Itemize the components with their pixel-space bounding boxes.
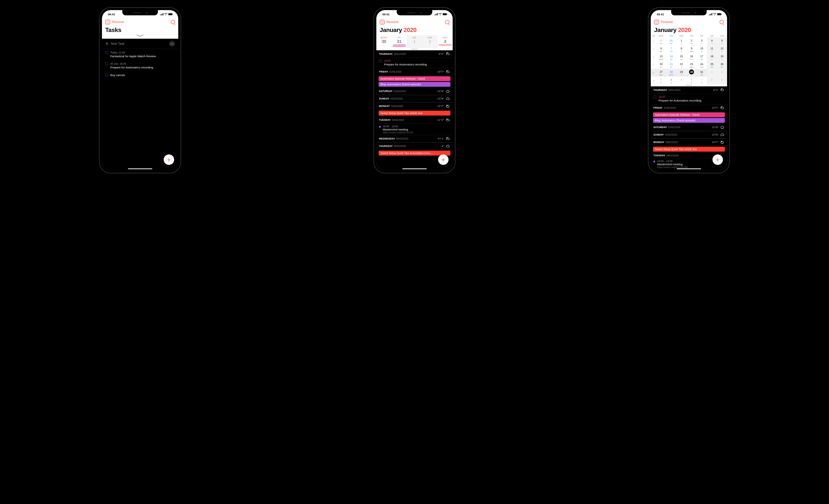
search-icon[interactable] xyxy=(171,20,175,24)
month-day[interactable]: 1 xyxy=(707,69,717,77)
month-day[interactable]: 4 xyxy=(666,77,676,84)
month-day[interactable]: 26 xyxy=(717,61,727,69)
all-day-event[interactable]: Blog: Automators (David episode) xyxy=(653,118,725,123)
month-day[interactable]: 8 xyxy=(676,45,686,53)
expand-chevron-icon[interactable] xyxy=(105,35,175,37)
svg-rect-6 xyxy=(173,14,173,15)
home-indicator[interactable] xyxy=(128,168,152,169)
month-day[interactable]: 19 xyxy=(717,53,727,61)
month-day[interactable]: 3 xyxy=(656,77,666,84)
week-day[interactable]: SUN2 xyxy=(422,36,437,48)
notch xyxy=(122,10,158,15)
month-day[interactable]: 5 xyxy=(717,37,727,45)
add-fab-button[interactable]: ＋ xyxy=(438,154,448,165)
task-item[interactable]: Buy carrots xyxy=(102,71,178,79)
month-day[interactable]: 12 xyxy=(717,45,727,53)
month-day[interactable]: 14 xyxy=(666,53,676,61)
timed-event[interactable]: 18:00 - 19:00Mastermind meetinghttps://z… xyxy=(376,124,453,135)
new-task-button[interactable]: New Task xyxy=(105,42,124,46)
task-item[interactable]: Today, 21:00 Fantastical for Apple Watch… xyxy=(102,49,178,60)
month-day[interactable]: 20 xyxy=(656,61,666,69)
month-day[interactable]: 9 xyxy=(686,45,696,53)
task-checkbox[interactable] xyxy=(105,51,108,54)
month-day[interactable]: 29 xyxy=(676,69,686,77)
day-header: TUESDAY04/02/2020 11°/3° xyxy=(376,116,453,124)
page-title[interactable]: January 2020 xyxy=(380,27,449,34)
home-indicator[interactable] xyxy=(402,168,427,169)
month-day[interactable]: 18 xyxy=(707,53,717,61)
svg-rect-3 xyxy=(163,13,164,15)
month-day[interactable]: 5 xyxy=(676,77,686,84)
header: Personal January 2020 xyxy=(651,18,727,34)
home-indicator[interactable] xyxy=(677,168,701,169)
month-day[interactable]: 17 xyxy=(696,53,707,61)
month-day[interactable]: 28 xyxy=(666,69,676,77)
month-day[interactable]: 31 xyxy=(666,37,676,45)
all-day-event[interactable]: Sweet Setup Quick Tips Automation Colu… xyxy=(379,151,450,156)
page-title[interactable]: January 2020 xyxy=(654,27,724,34)
task-item[interactable]: 18:00Prepare for Automators recording xyxy=(651,94,727,104)
all-day-event[interactable]: Sweet Setup Quick Tips article due xyxy=(379,111,450,116)
task-item[interactable]: 18:00Prepare for Automators recording xyxy=(376,57,453,68)
month-day[interactable]: 22 xyxy=(676,61,686,69)
week-day[interactable]: SAT1 xyxy=(407,36,422,48)
month-day[interactable]: 24 xyxy=(696,61,707,69)
month-day[interactable]: 7 xyxy=(696,77,707,84)
month-day[interactable]: 8 xyxy=(707,77,717,84)
search-icon[interactable] xyxy=(445,20,449,24)
month-day[interactable]: 30 xyxy=(686,69,696,77)
temperature: 13°/8° xyxy=(712,126,719,129)
wifi-icon xyxy=(164,13,168,15)
month-day[interactable]: 6 xyxy=(686,77,696,84)
month-day[interactable]: 16 xyxy=(686,53,696,61)
month-grid[interactable]: CWMONTUEWEDTHUFRISATSUN13031123452678910… xyxy=(651,34,727,84)
month-day[interactable]: 6 xyxy=(656,45,666,53)
day-header: WEDNESDAY05/02/2020 6°/-1° xyxy=(376,135,453,143)
drag-handle[interactable] xyxy=(651,84,727,86)
search-icon[interactable] xyxy=(720,20,724,24)
more-button[interactable]: ••• xyxy=(169,41,175,46)
add-fab-button[interactable]: ＋ xyxy=(713,154,723,165)
month-day[interactable]: 30 xyxy=(656,37,666,45)
month-day[interactable]: 25 xyxy=(707,61,717,69)
week-day[interactable]: THU30 xyxy=(376,36,392,48)
week-day[interactable]: MON3 xyxy=(437,36,453,48)
month-day[interactable]: 31 xyxy=(696,69,707,77)
all-day-event[interactable]: Automators Episode Release - David xyxy=(379,76,450,81)
month-day[interactable]: 9 xyxy=(717,77,727,84)
task-checkbox[interactable] xyxy=(105,74,108,76)
add-fab-button[interactable]: ＋ xyxy=(164,154,174,165)
month-day[interactable]: 2 xyxy=(686,37,696,45)
drag-handle[interactable] xyxy=(376,48,453,50)
month-day[interactable]: 27 xyxy=(656,69,666,77)
task-checkbox[interactable] xyxy=(653,95,656,98)
calendar-set-button[interactable]: Personal xyxy=(105,20,124,25)
month-day[interactable]: 7 xyxy=(666,45,676,53)
task-checkbox[interactable] xyxy=(379,60,382,62)
month-day[interactable]: 13 xyxy=(656,53,666,61)
month-day[interactable]: 11 xyxy=(707,45,717,53)
all-day-event[interactable]: Blog: Automators (David episode) xyxy=(379,82,450,87)
month-day[interactable]: 21 xyxy=(666,61,676,69)
week-strip[interactable]: THU30FRI31SAT1SUN2MON3 xyxy=(376,35,453,48)
month-day[interactable]: 4 xyxy=(707,37,717,45)
week-day[interactable]: FRI31 xyxy=(392,36,407,48)
calendar-set-button[interactable]: Personal xyxy=(380,20,398,25)
new-task-label: New Task xyxy=(111,42,124,46)
weather-icon xyxy=(720,88,724,92)
all-day-event[interactable]: Automators Episode Release - David xyxy=(653,112,725,117)
day-header: SUNDAY02/02/2020 13°/9° xyxy=(651,131,727,139)
phone-month-agenda: 09:41 Personal January 2020 CWMONTUEWEDT… xyxy=(648,7,730,173)
month-day[interactable]: 23 xyxy=(686,61,696,69)
month-day[interactable]: 15 xyxy=(676,53,686,61)
month-day[interactable]: 2 xyxy=(717,69,727,77)
task-item[interactable]: 30 Jan, 18:00 Prepare for Automators rec… xyxy=(102,60,178,71)
svg-rect-26 xyxy=(721,14,722,15)
month-day[interactable]: 10 xyxy=(696,45,707,53)
task-checkbox[interactable] xyxy=(105,63,108,65)
agenda-list[interactable]: THURSDAY30/01/2020 8°/1° 18:00Prepare fo… xyxy=(376,50,453,170)
month-day[interactable]: 3 xyxy=(696,37,707,45)
calendar-set-button[interactable]: Personal xyxy=(654,20,673,25)
month-day[interactable]: 1 xyxy=(676,37,686,45)
all-day-event[interactable]: Sweet Setup Quick Tips article due xyxy=(653,147,725,152)
